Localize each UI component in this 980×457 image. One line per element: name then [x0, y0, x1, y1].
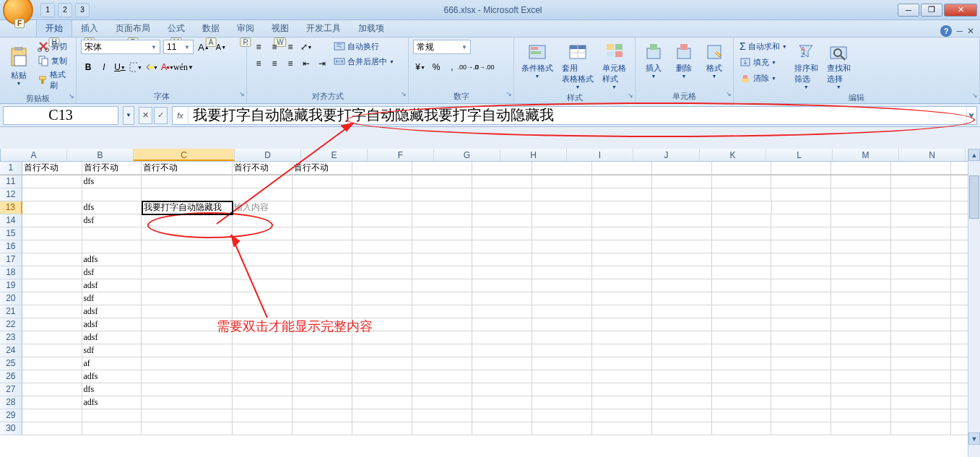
cell[interactable] [712, 357, 772, 370]
cell[interactable] [532, 292, 592, 305]
cell[interactable] [142, 253, 233, 266]
tab-data[interactable]: 数据A [194, 20, 228, 37]
row-head-18[interactable]: 18 [0, 266, 22, 279]
delete-cells-button[interactable]: 删除▼ [670, 40, 698, 90]
cell[interactable] [771, 266, 831, 279]
cell[interactable]: 我要打字自动隐藏我 [142, 201, 233, 214]
cell[interactable] [771, 188, 831, 201]
font-color-button[interactable]: A▼ [160, 60, 175, 74]
cell[interactable] [652, 357, 712, 370]
cell[interactable] [292, 422, 352, 435]
cell[interactable] [472, 318, 532, 331]
cell[interactable] [652, 279, 712, 292]
cell[interactable]: 输入内容 [233, 201, 292, 214]
cell[interactable] [412, 331, 472, 344]
cell[interactable] [142, 370, 233, 383]
cell[interactable] [532, 162, 592, 175]
cell[interactable] [831, 279, 891, 292]
vertical-scrollbar[interactable]: ▲ ▼ [968, 149, 980, 457]
cell[interactable] [712, 279, 772, 292]
percent-icon[interactable]: % [429, 60, 443, 74]
tab-home[interactable]: 开始H [36, 19, 72, 37]
cell[interactable] [142, 214, 233, 227]
cell[interactable] [532, 279, 592, 292]
cell[interactable] [532, 318, 592, 331]
cell[interactable]: 首行不动 [233, 162, 292, 175]
col-head-J[interactable]: J [633, 149, 700, 161]
cell[interactable] [891, 162, 951, 175]
cell[interactable] [532, 370, 592, 383]
cell[interactable] [352, 357, 412, 370]
cell[interactable] [352, 396, 412, 409]
col-head-D[interactable]: D [235, 149, 301, 161]
cell[interactable] [772, 201, 832, 214]
cell[interactable] [472, 188, 532, 201]
cell[interactable] [652, 344, 712, 357]
cell[interactable] [292, 370, 352, 383]
cell[interactable] [592, 175, 652, 188]
cell[interactable] [82, 227, 142, 240]
enter-formula-icon[interactable]: ✓ [154, 107, 168, 124]
cell[interactable] [472, 266, 532, 279]
cell[interactable] [771, 175, 831, 188]
row-head-13[interactable]: 13 [0, 201, 22, 214]
find-select-button[interactable]: 查找和 选择▼ [824, 40, 854, 91]
cell[interactable] [771, 318, 831, 331]
cell[interactable] [592, 201, 652, 214]
cell[interactable] [412, 253, 472, 266]
cell[interactable] [592, 253, 652, 266]
cell[interactable] [412, 201, 472, 214]
cell[interactable] [352, 279, 412, 292]
cell[interactable] [472, 344, 532, 357]
cell[interactable] [771, 422, 831, 435]
cell[interactable] [412, 227, 472, 240]
cell[interactable] [532, 240, 592, 253]
row-head-25[interactable]: 25 [0, 357, 22, 370]
cell[interactable] [22, 253, 82, 266]
cell[interactable] [592, 409, 652, 422]
cell[interactable]: adfs [82, 396, 142, 409]
cell[interactable] [771, 162, 831, 175]
cell[interactable] [592, 305, 652, 318]
cell[interactable] [592, 279, 652, 292]
cell[interactable] [233, 188, 292, 201]
cell[interactable] [652, 188, 712, 201]
row-head-30[interactable]: 30 [0, 422, 22, 435]
row-head-26[interactable]: 26 [0, 370, 22, 383]
cell[interactable] [352, 370, 412, 383]
cell[interactable] [412, 292, 472, 305]
cell[interactable] [292, 253, 352, 266]
cell[interactable] [532, 331, 592, 344]
cell[interactable] [22, 305, 82, 318]
cell[interactable] [592, 318, 652, 331]
cell[interactable] [891, 383, 951, 396]
cell[interactable] [233, 422, 292, 435]
cell[interactable] [22, 331, 82, 344]
cell[interactable] [352, 214, 412, 227]
qat-btn-3[interactable]: 3 [75, 3, 90, 17]
cell[interactable] [412, 422, 472, 435]
cell[interactable] [472, 331, 532, 344]
number-format-combo[interactable]: 常规▼ [413, 40, 471, 54]
cell[interactable] [532, 188, 592, 201]
cell[interactable] [412, 188, 472, 201]
ribbon-minimize-icon[interactable]: ─ [956, 26, 963, 36]
cell[interactable] [142, 318, 233, 331]
cell[interactable] [292, 292, 352, 305]
cell[interactable] [592, 370, 652, 383]
cell[interactable] [352, 383, 412, 396]
cell[interactable]: adfs [82, 253, 142, 266]
ribbon-close-icon[interactable]: ✕ [967, 26, 974, 36]
cell[interactable] [472, 409, 532, 422]
cell[interactable] [712, 422, 772, 435]
cell[interactable] [352, 175, 412, 188]
row-head-21[interactable]: 21 [0, 305, 22, 318]
scroll-thumb[interactable] [969, 175, 979, 219]
cell[interactable] [292, 227, 352, 240]
cell[interactable] [233, 383, 292, 396]
align-center-icon[interactable]: ≡ [267, 56, 282, 71]
cell[interactable] [712, 318, 772, 331]
cell[interactable] [891, 305, 951, 318]
font-size-combo[interactable]: 11▼ [163, 40, 194, 54]
cell[interactable] [891, 396, 951, 409]
